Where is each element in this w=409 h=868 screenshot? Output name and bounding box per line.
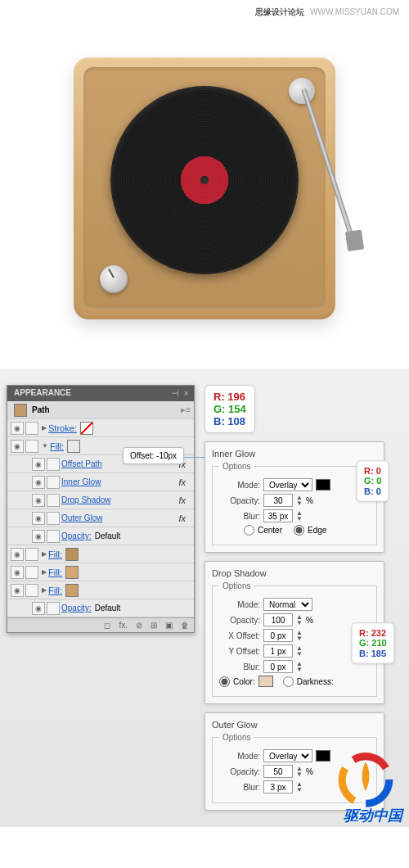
opacity-input[interactable] (263, 613, 293, 626)
lock-slot[interactable] (25, 422, 38, 435)
brand-text: 驱动中国 (344, 806, 402, 825)
vinyl-record (110, 86, 299, 274)
drop-shadow-link[interactable]: Drop Shadow (61, 495, 111, 504)
offset-path-link[interactable]: Offset Path (61, 459, 102, 468)
blur-input[interactable] (263, 780, 293, 793)
path-label: Path (30, 405, 181, 414)
mode-select[interactable]: Overlay (263, 478, 312, 491)
visibility-icon[interactable]: ◉ (11, 440, 24, 453)
fill-label: Fill: (50, 441, 64, 451)
visibility-icon[interactable]: ◉ (11, 584, 24, 597)
rgb-callout-1: R: 196 G: 154 B: 108 (204, 385, 255, 433)
outer-glow-row[interactable]: ◉ Outer Glow fx (7, 509, 194, 527)
panels-section: APPEARANCE ⊣ × Path ▸≡ ◉ ▶ Stroke: ◉ ▼ F… (0, 368, 409, 827)
x-offset-input[interactable] (263, 629, 293, 642)
panel-title: Drop Shadow (212, 568, 377, 578)
visibility-icon[interactable]: ◉ (32, 458, 45, 471)
inner-glow-panel: Inner Glow Options Mode: Overlay Opacity… (204, 441, 384, 553)
fx-icon: fx (178, 513, 186, 523)
fill-row-3[interactable]: ◉ ▶ Fill: (7, 563, 194, 581)
panel-close-icon[interactable]: × (184, 388, 189, 399)
visibility-icon[interactable]: ◉ (32, 494, 45, 507)
panel-title: Outer Glow (212, 720, 377, 730)
opacity-input[interactable] (263, 765, 293, 778)
fill-row-2[interactable]: ◉ ▶ Fill: (7, 545, 194, 563)
offset-callout: Offset: -10px (123, 447, 184, 464)
opacity-input[interactable] (263, 494, 293, 507)
new-art-icon[interactable]: ◻ (104, 621, 110, 630)
trash-icon[interactable]: 🗑 (181, 621, 189, 630)
path-swatch (14, 404, 27, 417)
expand-icon[interactable]: ▶ (42, 424, 47, 432)
appearance-panel: APPEARANCE ⊣ × Path ▸≡ ◉ ▶ Stroke: ◉ ▼ F… (7, 385, 195, 633)
illustration-section: 思缘设计论坛 WWW.MISSYUAN.COM (0, 0, 409, 368)
visibility-icon[interactable]: ◉ (32, 512, 45, 525)
color-radio[interactable] (219, 676, 230, 687)
stroke-row[interactable]: ◉ ▶ Stroke: (7, 419, 194, 437)
watermark: 思缘设计论坛 WWW.MISSYUAN.COM (255, 7, 399, 18)
panel-collapse-icon[interactable]: ⊣ (171, 388, 179, 399)
blur-input[interactable] (263, 660, 293, 673)
clear-icon[interactable]: ⊘ (136, 621, 142, 630)
opacity-label: Opacity: (61, 531, 92, 540)
visibility-icon[interactable]: ◉ (11, 548, 24, 561)
color-swatch[interactable] (258, 676, 273, 687)
fill-swatch[interactable] (65, 584, 79, 597)
tonearm (301, 88, 357, 245)
center-radio[interactable] (244, 525, 254, 536)
drop-shadow-panel: Drop Shadow Options Mode: Normal Opacity… (204, 561, 384, 704)
opacity-value: Default (95, 531, 121, 540)
y-offset-input[interactable] (263, 644, 293, 658)
blur-input[interactable] (263, 509, 293, 522)
fx-button-icon[interactable]: fx. (119, 621, 128, 630)
fill-swatch[interactable] (65, 566, 79, 579)
panel-title: Inner Glow (212, 449, 377, 459)
panel-title: APPEARANCE (7, 386, 78, 400)
inner-glow-link[interactable]: Inner Glow (61, 477, 101, 486)
mode-select[interactable]: Overlay (263, 749, 312, 762)
fill-swatch[interactable] (67, 440, 80, 453)
visibility-icon[interactable]: ◉ (11, 422, 24, 435)
watermark-url: WWW.MISSYUAN.COM (310, 7, 399, 16)
color-swatch[interactable] (316, 479, 330, 491)
fill-swatch[interactable] (65, 548, 79, 561)
visibility-icon[interactable]: ◉ (11, 566, 24, 579)
collapse-icon[interactable]: ▼ (42, 442, 48, 450)
panel-footer: ◻ fx. ⊘ ⊞ ▣ 🗑 (7, 617, 194, 632)
panel-header[interactable]: APPEARANCE ⊣ × (7, 386, 194, 401)
watermark-chinese: 思缘设计论坛 (255, 7, 304, 16)
inner-glow-row[interactable]: ◉ Inner Glow fx (7, 473, 194, 491)
turntable-illustration (74, 57, 335, 319)
fx-icon: fx (178, 495, 186, 505)
duplicate-icon[interactable]: ⊞ (151, 621, 157, 630)
flyout-menu-icon[interactable]: ▸≡ (181, 405, 191, 415)
fill-row-4[interactable]: ◉ ▶ Fill: (7, 581, 194, 599)
rgb-callout-2: R: 0 G: 0 B: 0 (356, 460, 389, 501)
stroke-label: Stroke: (48, 423, 77, 433)
mode-select[interactable]: Normal (263, 598, 312, 611)
stroke-swatch[interactable] (80, 422, 93, 435)
visibility-icon[interactable]: ◉ (32, 530, 45, 543)
path-row[interactable]: Path ▸≡ (7, 401, 194, 419)
rgb-callout-3: R: 232 G: 210 B: 185 (352, 622, 394, 663)
lock-slot[interactable] (25, 440, 38, 453)
visibility-icon[interactable]: ◉ (32, 602, 45, 615)
volume-knob (100, 265, 128, 293)
darkness-radio[interactable] (283, 676, 294, 687)
outer-glow-link[interactable]: Outer Glow (61, 513, 103, 522)
opacity-row[interactable]: ◉ Opacity: Default (7, 527, 194, 545)
drop-shadow-row[interactable]: ◉ Drop Shadow fx (7, 491, 194, 509)
edge-radio[interactable] (294, 525, 304, 536)
opacity-row-bottom[interactable]: ◉ Opacity: Default (7, 599, 194, 617)
fx-icon: fx (178, 477, 186, 487)
visibility-icon[interactable]: ◉ (32, 476, 45, 489)
new-icon[interactable]: ▣ (165, 621, 173, 630)
